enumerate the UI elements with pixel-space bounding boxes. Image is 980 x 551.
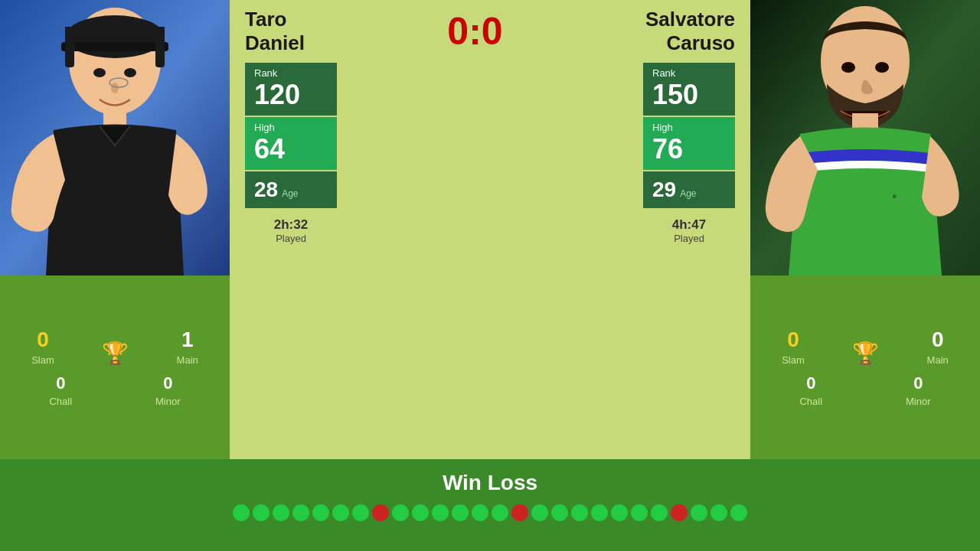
- left-age-card: 28 Age: [245, 171, 337, 208]
- result-dot-5: [332, 504, 349, 521]
- svg-point-9: [111, 83, 119, 93]
- left-player-name: Taro Daniel: [245, 8, 305, 55]
- right-slam-stat: 0 Slam: [782, 328, 805, 366]
- svg-point-14: [841, 62, 855, 73]
- right-player-stats: 0 Slam 🏆 0 Main 0 Chall: [750, 276, 980, 459]
- result-dot-22: [671, 504, 688, 521]
- right-player-section: ● 0 Slam 🏆 0: [750, 0, 980, 459]
- result-dot-25: [730, 504, 747, 521]
- result-dot-17: [571, 504, 588, 521]
- result-dot-12: [472, 504, 488, 521]
- left-minor-stat: 0 Minor: [155, 373, 181, 407]
- result-dot-0: [233, 504, 250, 521]
- left-rank-card: Rank 120: [245, 63, 337, 116]
- result-dot-11: [452, 504, 469, 521]
- left-trophy: 🏆: [102, 341, 129, 366]
- svg-point-8: [124, 68, 136, 77]
- result-dot-21: [651, 504, 668, 521]
- result-dot-10: [432, 504, 449, 521]
- match-layout: 0 Slam 🏆 1 Main 0 Chall: [0, 0, 980, 459]
- left-card-group: Rank 120 High 64 28 Age 2h:32 Played: [245, 63, 337, 244]
- result-dot-9: [412, 504, 429, 521]
- dots-row: [233, 504, 747, 521]
- right-stats-row-1: 0 Slam 🏆 0 Main: [758, 328, 972, 366]
- right-player-name: Salvatore Caruso: [645, 8, 735, 55]
- right-stats-row-2: 0 Chall 0 Minor: [758, 373, 972, 407]
- result-dot-4: [312, 504, 329, 521]
- result-dot-2: [273, 504, 289, 521]
- middle-column: Taro Daniel 0:0 Salvatore Caruso: [230, 0, 750, 459]
- result-dot-16: [551, 504, 568, 521]
- result-dot-7: [372, 504, 389, 521]
- left-player-stats: 0 Slam 🏆 1 Main 0 Chall: [0, 276, 230, 459]
- svg-point-15: [875, 62, 889, 73]
- right-card-group: Rank 150 High 76 29 Age 4h:47 Played: [643, 63, 735, 244]
- right-chall-stat: 0 Chall: [799, 373, 822, 407]
- right-trophy: 🏆: [852, 341, 879, 366]
- right-minor-stat: 0 Minor: [906, 373, 931, 407]
- right-player-photo: ●: [750, 0, 980, 276]
- left-time-info: 2h:32 Played: [245, 217, 337, 244]
- right-main-stat: 0 Main: [927, 328, 949, 366]
- svg-rect-5: [65, 37, 74, 67]
- right-time-info: 4h:47 Played: [643, 217, 735, 244]
- result-dot-8: [392, 504, 409, 521]
- stats-cards-row: Rank 120 High 64 28 Age 2h:32 Played: [230, 59, 750, 459]
- svg-rect-4: [61, 42, 168, 51]
- result-dot-18: [591, 504, 608, 521]
- left-slam-stat: 0 Slam: [31, 328, 54, 366]
- top-row: Taro Daniel 0:0 Salvatore Caruso: [230, 0, 750, 59]
- result-dot-19: [611, 504, 628, 521]
- result-dot-15: [531, 504, 548, 521]
- result-dot-20: [631, 504, 648, 521]
- result-dot-1: [253, 504, 270, 521]
- win-loss-section: Win Loss: [0, 459, 980, 551]
- svg-rect-6: [155, 37, 165, 67]
- win-loss-title: Win Loss: [443, 471, 537, 495]
- result-dot-13: [492, 504, 508, 521]
- svg-point-7: [93, 68, 106, 77]
- result-dot-23: [691, 504, 707, 521]
- left-player-figure: [0, 0, 230, 276]
- result-dot-24: [710, 504, 727, 521]
- right-age-card: 29 Age: [643, 171, 735, 208]
- main-container: 0 Slam 🏆 1 Main 0 Chall: [0, 0, 980, 551]
- left-stats-row-2: 0 Chall 0 Minor: [8, 373, 222, 407]
- left-chall-stat: 0 Chall: [49, 373, 72, 407]
- left-high-card: High 64: [245, 117, 337, 170]
- left-player-section: 0 Slam 🏆 1 Main 0 Chall: [0, 0, 230, 459]
- left-stats-row-1: 0 Slam 🏆 1 Main: [8, 328, 222, 366]
- left-main-stat: 1 Main: [177, 328, 198, 366]
- result-dot-3: [292, 504, 309, 521]
- result-dot-14: [511, 504, 528, 521]
- result-dot-6: [352, 504, 369, 521]
- right-rank-card: Rank 150: [643, 63, 735, 116]
- svg-text:●: ●: [892, 191, 897, 201]
- left-player-photo: [0, 0, 230, 276]
- score-display: 0:0: [447, 9, 502, 54]
- right-player-figure: ●: [750, 0, 980, 276]
- right-high-card: High 76: [643, 117, 735, 170]
